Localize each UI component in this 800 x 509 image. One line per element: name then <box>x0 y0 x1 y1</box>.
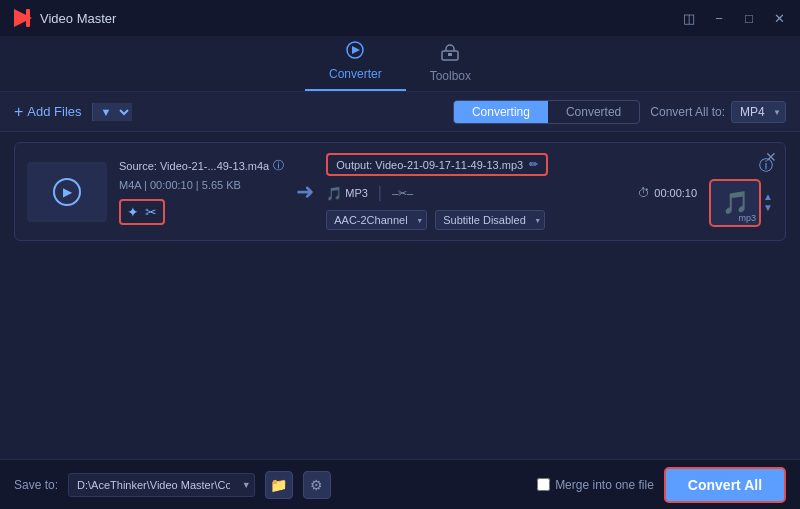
bottom-bar: Save to: ▼ 📁 ⚙ Merge into one file Conve… <box>0 459 800 509</box>
save-path-wrap: ▼ <box>68 473 255 497</box>
folder-icon: 📁 <box>270 477 287 493</box>
svg-rect-5 <box>448 53 452 56</box>
audio-channel-wrap[interactable]: AAC-2Channel AAC-1Channel <box>326 210 427 230</box>
format-select-wrapper[interactable]: MP4 MP3 AVI <box>731 101 786 123</box>
merge-checkbox-area: Merge into one file <box>537 478 654 492</box>
file-right-controls: ⓘ 🎵 mp3 ▲ ▼ <box>709 157 773 227</box>
convert-all-to-area: Convert All to: MP4 MP3 AVI <box>650 101 786 123</box>
format-label: MP3 <box>345 187 368 199</box>
play-icon[interactable]: ▶ <box>53 178 81 206</box>
output-time: ⏱ 00:00:10 <box>638 186 697 200</box>
svg-marker-3 <box>352 46 360 54</box>
output-filename-label: Output: Video-21-09-17-11-49-13.mp3 <box>336 159 523 171</box>
source-filename: Source: Video-21-...49-13.m4a <box>119 160 269 172</box>
format-card-label: mp3 <box>739 213 757 223</box>
format-icon: 🎵 <box>326 186 342 201</box>
chev-down[interactable]: ▼ <box>763 203 773 213</box>
content-area: ▶ Source: Video-21-...49-13.m4a ⓘ M4A | … <box>0 132 800 482</box>
clock-icon: ⏱ <box>638 186 650 200</box>
output-section: Output: Video-21-09-17-11-49-13.mp3 ✏ 🎵 … <box>326 153 697 230</box>
close-btn[interactable]: ✕ <box>768 9 790 27</box>
app-logo: Video Master <box>12 7 116 29</box>
format-card[interactable]: 🎵 mp3 <box>709 179 761 227</box>
file-thumbnail[interactable]: ▶ <box>27 162 107 222</box>
settings-icon-btn[interactable]: ⚙ <box>303 471 331 499</box>
convert-all-button[interactable]: Convert All <box>664 467 786 503</box>
fx-icon[interactable]: ✦ <box>127 204 139 220</box>
cut-icon[interactable]: ✂ <box>145 204 157 220</box>
merge-checkbox[interactable] <box>537 478 550 491</box>
file-info-left: Source: Video-21-...49-13.m4a ⓘ M4A | 00… <box>119 158 284 225</box>
save-to-label: Save to: <box>14 478 58 492</box>
audio-channel-select[interactable]: AAC-2Channel AAC-1Channel <box>326 210 427 230</box>
minimize-btn[interactable]: − <box>708 9 730 27</box>
tab-toolbox[interactable]: Toolbox <box>406 37 495 91</box>
output-settings: 🎵 MP3 | –✂– ⏱ 00:00:10 <box>326 184 697 202</box>
logo-icon <box>12 7 34 29</box>
add-files-dropdown[interactable]: ▼ <box>92 103 132 121</box>
window-controls[interactable]: ◫ − □ ✕ <box>678 9 790 27</box>
subtab-group: Converting Converted <box>453 100 640 124</box>
save-path-input[interactable] <box>68 473 255 497</box>
arrow-icon: ➜ <box>296 179 314 205</box>
toolbox-label: Toolbox <box>430 69 471 83</box>
file-close-btn[interactable]: ✕ <box>765 149 777 165</box>
file-card: ▶ Source: Video-21-...49-13.m4a ⓘ M4A | … <box>14 142 786 241</box>
output-filename: Output: Video-21-09-17-11-49-13.mp3 ✏ <box>326 153 548 176</box>
toolbar: + Add Files ▼ Converting Converted Conve… <box>0 92 800 132</box>
convert-all-to-label: Convert All to: <box>650 105 725 119</box>
svg-rect-1 <box>26 9 30 27</box>
format-badge: 🎵 MP3 <box>326 186 368 201</box>
subtitle-wrap[interactable]: Subtitle Disabled Subtitle Enabled <box>435 210 545 230</box>
nav-tabs: Converter Toolbox <box>0 36 800 92</box>
edit-filename-icon[interactable]: ✏ <box>529 158 538 171</box>
toolbox-icon <box>439 43 461 66</box>
add-files-label: Add Files <box>27 104 81 119</box>
title-bar: Video Master ◫ − □ ✕ <box>0 0 800 36</box>
folder-icon-btn[interactable]: 📁 <box>265 471 293 499</box>
settings-row: AAC-2Channel AAC-1Channel Subtitle Disab… <box>326 210 697 230</box>
tab-converter[interactable]: Converter <box>305 35 406 91</box>
output-duration: 00:00:10 <box>654 187 697 199</box>
subtitle-select[interactable]: Subtitle Disabled Subtitle Enabled <box>435 210 545 230</box>
file-actions: ✦ ✂ <box>119 199 165 225</box>
maximize-btn[interactable]: □ <box>738 9 760 27</box>
crop-indicator: –✂– <box>392 187 413 200</box>
app-name: Video Master <box>40 11 116 26</box>
caption-btn[interactable]: ◫ <box>678 9 700 27</box>
add-files-button[interactable]: + Add Files <box>14 103 82 121</box>
chev-up[interactable]: ▲ <box>763 192 773 202</box>
separator1: | <box>378 184 382 202</box>
gear-icon: ⚙ <box>310 477 323 493</box>
subtab-converted[interactable]: Converted <box>548 101 639 123</box>
format-select[interactable]: MP4 MP3 AVI <box>731 101 786 123</box>
file-source: Source: Video-21-...49-13.m4a ⓘ <box>119 158 284 173</box>
merge-label: Merge into one file <box>555 478 654 492</box>
file-meta: M4A | 00:00:10 | 5.65 KB <box>119 179 284 191</box>
converter-icon <box>344 41 366 64</box>
source-info-icon[interactable]: ⓘ <box>273 158 284 173</box>
plus-icon: + <box>14 103 23 121</box>
subtab-converting[interactable]: Converting <box>454 101 548 123</box>
converter-label: Converter <box>329 67 382 81</box>
